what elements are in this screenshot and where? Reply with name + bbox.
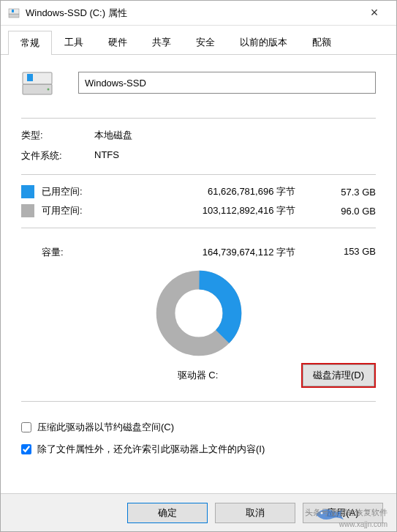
free-label: 可用空间: <box>42 204 107 217</box>
tab-hardware[interactable]: 硬件 <box>96 30 140 54</box>
svg-point-9 <box>321 512 323 514</box>
close-button[interactable]: × <box>360 5 389 20</box>
compress-checkbox[interactable] <box>21 422 31 432</box>
used-bytes: 61,626,781,696 字节 <box>107 185 325 198</box>
svg-rect-5 <box>27 74 33 81</box>
capacity-gb: 153 GB <box>325 246 376 259</box>
svg-rect-0 <box>9 14 19 18</box>
tab-sharing[interactable]: 共享 <box>140 30 184 54</box>
used-gb: 57.3 GB <box>325 187 376 198</box>
free-space-row: 可用空间: 103,112,892,416 字节 96.0 GB <box>21 204 376 217</box>
drive-letter-label: 驱动器 C: <box>21 369 301 382</box>
svg-rect-2 <box>12 10 14 12</box>
index-checkbox-row[interactable]: 除了文件属性外，还允许索引此驱动器上文件的内容(I) <box>21 443 376 456</box>
usage-chart-area: 驱动器 C: 磁盘清理(D) <box>21 269 376 388</box>
type-value: 本地磁盘 <box>94 129 132 142</box>
capacity-label: 容量: <box>21 246 107 259</box>
free-bytes: 103,112,892,416 字节 <box>107 204 325 217</box>
drive-icon-small <box>8 7 20 19</box>
filesystem-row: 文件系统: NTFS <box>21 149 376 162</box>
usage-donut-chart <box>155 269 243 357</box>
dialog-footer: 确定 取消 应用(A) 头条号:数据蛙恢复软件 www.xajjn.com <box>1 493 396 531</box>
free-swatch <box>21 204 34 217</box>
capacity-row: 容量: 164,739,674,112 字节 153 GB <box>21 246 376 259</box>
separator <box>21 118 376 119</box>
compress-checkbox-row[interactable]: 压缩此驱动器以节约磁盘空间(C) <box>21 421 376 434</box>
index-label: 除了文件属性外，还允许索引此驱动器上文件的内容(I) <box>37 443 265 456</box>
tab-previous-versions[interactable]: 以前的版本 <box>227 30 300 54</box>
svg-point-6 <box>48 89 50 91</box>
properties-window: Windows-SSD (C:) 属性 × 常规 工具 硬件 共享 安全 以前的… <box>0 0 397 532</box>
drive-label-row: 驱动器 C: 磁盘清理(D) <box>21 363 376 388</box>
disk-cleanup-button[interactable]: 磁盘清理(D) <box>301 363 376 388</box>
used-swatch <box>21 185 34 198</box>
cancel-button[interactable]: 取消 <box>215 503 295 523</box>
filesystem-label: 文件系统: <box>21 149 94 162</box>
used-label: 已用空间: <box>42 185 107 198</box>
tab-content: 类型: 本地磁盘 文件系统: NTFS 已用空间: 61,626,781,696… <box>1 55 396 493</box>
free-gb: 96.0 GB <box>325 206 376 217</box>
drive-icon <box>21 68 53 97</box>
ok-button[interactable]: 确定 <box>127 503 208 523</box>
drive-name-input[interactable] <box>78 72 376 94</box>
compress-label: 压缩此驱动器以节约磁盘空间(C) <box>37 421 174 434</box>
tab-quota[interactable]: 配额 <box>300 30 344 54</box>
separator <box>21 228 376 228</box>
tab-strip: 常规 工具 硬件 共享 安全 以前的版本 配额 <box>1 26 396 55</box>
type-row: 类型: 本地磁盘 <box>21 129 376 142</box>
window-title: Windows-SSD (C:) 属性 <box>26 7 360 20</box>
drive-header <box>21 68 376 97</box>
index-checkbox[interactable] <box>21 444 31 454</box>
tab-security[interactable]: 安全 <box>184 30 227 54</box>
watermark-logo-icon <box>313 503 345 525</box>
tab-general[interactable]: 常规 <box>8 31 52 55</box>
separator <box>21 401 376 402</box>
used-space-row: 已用空间: 61,626,781,696 字节 57.3 GB <box>21 185 376 198</box>
titlebar: Windows-SSD (C:) 属性 × <box>1 1 396 26</box>
capacity-bytes: 164,739,674,112 字节 <box>107 246 325 259</box>
filesystem-value: NTFS <box>94 149 119 162</box>
separator <box>21 174 376 175</box>
tab-tools[interactable]: 工具 <box>52 30 96 54</box>
type-label: 类型: <box>21 129 94 142</box>
